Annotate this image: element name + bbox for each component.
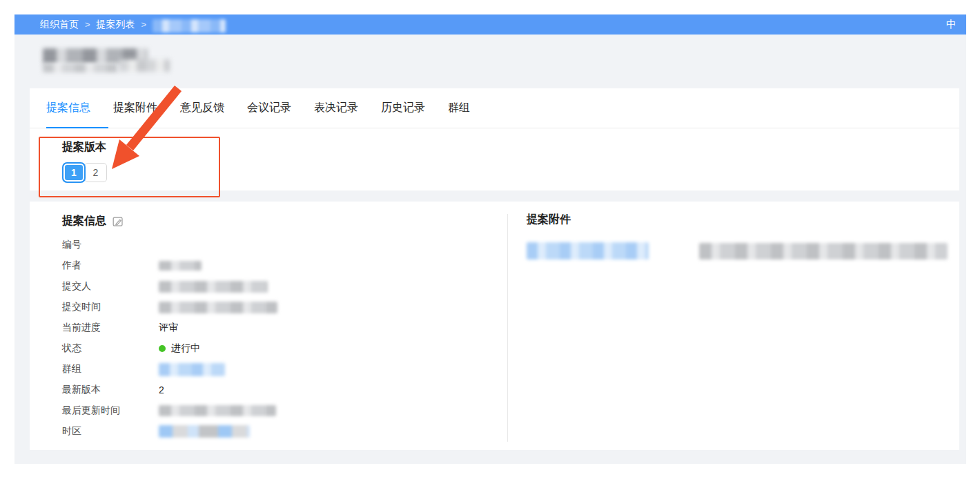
language-toggle[interactable]: 中 [946,18,957,31]
field-row-latest-version: 最新版本 2 [62,380,490,400]
field-label: 最新版本 [62,384,159,396]
breadcrumb: 组织首页 > 提案列表 > [40,17,226,32]
field-label: 作者 [62,260,159,272]
tab-feedback[interactable]: 意见反馈 [180,101,224,115]
field-value-redacted [159,261,202,271]
field-label: 时区 [62,425,159,438]
tab-history[interactable]: 历史记录 [381,101,425,115]
proposal-attachments-section: 提案附件 [527,213,948,260]
attachments-section-title: 提案附件 [527,213,948,227]
attachment-item [527,242,948,260]
column-divider [507,214,508,442]
field-label: 状态 [62,342,159,355]
field-value: 评审 [159,322,178,334]
version-1-button[interactable]: 1 [62,162,86,183]
status-dot-icon [159,345,166,352]
field-value: 2 [159,384,164,395]
proposal-info-card: 提案信息 编号 作者 提交人 [30,202,959,450]
breadcrumb-proposal-list[interactable]: 提案列表 [97,19,135,31]
page-title [41,46,193,79]
edit-icon[interactable] [112,216,124,227]
tab-bar: 提案信息 提案附件 意见反馈 会议记录 表决记录 历史记录 群组 [30,88,959,128]
field-value-redacted [159,302,277,313]
next-card-edge [14,464,966,479]
field-row-submit-time: 提交时间 [62,297,490,317]
field-row-group: 群组 [62,359,490,380]
tabs-card: 提案信息 提案附件 意见反馈 会议记录 表决记录 历史记录 群组 提案版本 1 … [30,88,959,190]
field-label: 编号 [62,239,159,251]
breadcrumb-org-home[interactable]: 组织首页 [40,19,79,31]
field-row-timezone: 时区 [62,421,490,442]
breadcrumb-separator-icon: > [85,19,90,30]
field-value-redacted [159,281,268,293]
field-value-redacted-link[interactable] [159,363,225,376]
breadcrumb-current-redacted [153,19,226,32]
field-label: 当前进度 [62,322,159,334]
attachment-meta-redacted [699,243,948,260]
field-row-status: 状态 进行中 [62,338,490,359]
tab-groups[interactable]: 群组 [448,101,470,115]
field-row-current-stage: 当前进度 评审 [62,317,490,338]
version-section-title: 提案版本 [62,140,959,155]
field-value-redacted [159,425,250,438]
field-row-number: 编号 [62,235,490,255]
field-label: 提交人 [62,280,159,293]
active-tab-indicator [46,127,108,128]
proposal-info-section: 提案信息 编号 作者 提交人 [62,213,490,442]
version-2-button[interactable]: 2 [84,163,107,182]
status-text: 进行中 [171,342,200,355]
proposal-version-section: 提案版本 1 2 [30,128,959,183]
breadcrumb-separator-icon: > [141,19,147,30]
field-label: 群组 [62,363,159,375]
version-selector: 1 2 [62,162,959,183]
field-row-author: 作者 [62,255,490,276]
tab-voting-records[interactable]: 表决记录 [314,101,358,115]
attachment-link-redacted[interactable] [527,242,649,260]
field-label: 提交时间 [62,301,159,313]
field-row-last-updated: 最后更新时间 [62,400,490,421]
status-value: 进行中 [159,342,200,355]
page-title-redacted-block [43,63,117,72]
screen: 组织首页 > 提案列表 > 中 提案信息 提案附件 意见反馈 会议记录 表决记录… [0,0,980,479]
field-row-submitter: 提交人 [62,276,490,297]
tab-proposal-info[interactable]: 提案信息 [46,101,90,115]
tab-meeting-records[interactable]: 会议记录 [247,101,291,115]
info-section-title: 提案信息 [62,214,106,228]
breadcrumb-bar: 组织首页 > 提案列表 > 中 [14,14,966,35]
tab-proposal-attachments[interactable]: 提案附件 [113,101,157,115]
field-value-redacted [159,405,276,416]
field-label: 最后更新时间 [62,404,159,417]
page-title-redacted-block [119,59,170,72]
